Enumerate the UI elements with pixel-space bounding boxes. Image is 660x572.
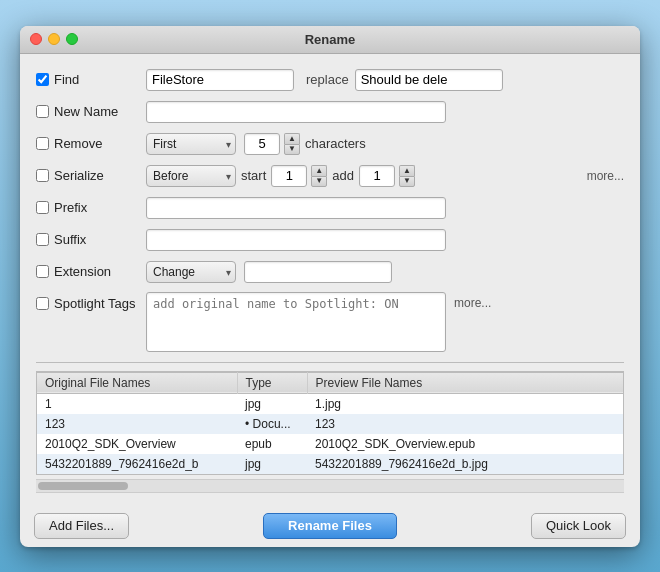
- suffix-checkbox-label[interactable]: Suffix: [36, 232, 146, 247]
- cell-original: 2010Q2_SDK_Overview: [37, 434, 237, 454]
- cell-type: jpg: [237, 454, 307, 474]
- find-row: Find replace: [36, 68, 624, 92]
- cell-preview: 5432201889_7962416e2d_b.jpg: [307, 454, 623, 474]
- table-row: 2010Q2_SDK_Overview epub 2010Q2_SDK_Over…: [37, 434, 623, 454]
- maximize-button[interactable]: [66, 33, 78, 45]
- extension-select-wrapper: Change Remove Add: [146, 261, 236, 283]
- spotlight-row: Spotlight Tags more...: [36, 292, 624, 352]
- rename-files-button[interactable]: Rename Files: [263, 513, 397, 539]
- new-name-checkbox-label[interactable]: New Name: [36, 104, 146, 119]
- titlebar: Rename: [20, 26, 640, 54]
- serialize-start-stepper: ▲ ▼: [311, 165, 327, 187]
- new-name-checkbox[interactable]: [36, 105, 49, 118]
- serialize-start-stepper-up[interactable]: ▲: [311, 165, 327, 176]
- minimize-button[interactable]: [48, 33, 60, 45]
- serialize-select[interactable]: Before After: [146, 165, 236, 187]
- prefix-checkbox[interactable]: [36, 201, 49, 214]
- add-files-button[interactable]: Add Files...: [34, 513, 129, 539]
- cell-preview: 123: [307, 414, 623, 434]
- spotlight-label: Spotlight Tags: [54, 296, 135, 311]
- close-button[interactable]: [30, 33, 42, 45]
- replace-input[interactable]: [355, 69, 503, 91]
- extension-checkbox-label[interactable]: Extension: [36, 264, 146, 279]
- window-title: Rename: [20, 32, 640, 47]
- extension-checkbox[interactable]: [36, 265, 49, 278]
- serialize-row: Serialize Before After start ▲ ▼ add ▲ ▼…: [36, 164, 624, 188]
- serialize-label: Serialize: [54, 168, 104, 183]
- cell-type: • Docu...: [237, 414, 307, 434]
- serialize-checkbox[interactable]: [36, 169, 49, 182]
- spotlight-checkbox-label[interactable]: Spotlight Tags: [36, 292, 146, 311]
- table-row: 5432201889_7962416e2d_b jpg 5432201889_7…: [37, 454, 623, 474]
- col-header-preview: Preview File Names: [307, 372, 623, 393]
- remove-stepper-down[interactable]: ▼: [284, 144, 300, 155]
- serialize-select-wrapper: Before After: [146, 165, 236, 187]
- remove-checkbox-label[interactable]: Remove: [36, 136, 146, 151]
- cell-type: epub: [237, 434, 307, 454]
- col-header-type: Type: [237, 372, 307, 393]
- chars-label: characters: [305, 136, 366, 151]
- remove-stepper-up[interactable]: ▲: [284, 133, 300, 144]
- scrollbar[interactable]: [36, 479, 624, 493]
- find-checkbox[interactable]: [36, 73, 49, 86]
- serialize-checkbox-label[interactable]: Serialize: [36, 168, 146, 183]
- suffix-row: Suffix: [36, 228, 624, 252]
- start-label: start: [241, 168, 266, 183]
- suffix-label: Suffix: [54, 232, 86, 247]
- serialize-more-btn[interactable]: more...: [587, 169, 624, 183]
- cell-original: 1: [37, 393, 237, 414]
- serialize-add-stepper-down[interactable]: ▼: [399, 176, 415, 187]
- remove-select[interactable]: First Last From: [146, 133, 236, 155]
- serialize-start-stepper-down[interactable]: ▼: [311, 176, 327, 187]
- col-header-original: Original File Names: [37, 372, 237, 393]
- table-row: 123 • Docu... 123: [37, 414, 623, 434]
- prefix-checkbox-label[interactable]: Prefix: [36, 200, 146, 215]
- file-table: Original File Names Type Preview File Na…: [37, 372, 623, 474]
- new-name-row: New Name: [36, 100, 624, 124]
- cell-preview: 1.jpg: [307, 393, 623, 414]
- find-checkbox-label[interactable]: Find: [36, 72, 146, 87]
- bottom-bar: Add Files... Rename Files Quick Look: [20, 505, 640, 547]
- traffic-lights: [30, 33, 78, 45]
- cell-original: 123: [37, 414, 237, 434]
- find-label: Find: [54, 72, 79, 87]
- suffix-checkbox[interactable]: [36, 233, 49, 246]
- remove-label: Remove: [54, 136, 102, 151]
- prefix-label: Prefix: [54, 200, 87, 215]
- replace-label: replace: [306, 72, 349, 87]
- remove-checkbox[interactable]: [36, 137, 49, 150]
- file-table-body: 1 jpg 1.jpg 123 • Docu... 123 2010Q2_SDK…: [37, 393, 623, 474]
- serialize-start-input[interactable]: [271, 165, 307, 187]
- quick-look-button[interactable]: Quick Look: [531, 513, 626, 539]
- suffix-input[interactable]: [146, 229, 446, 251]
- spotlight-textarea[interactable]: [146, 292, 446, 352]
- extension-label: Extension: [54, 264, 111, 279]
- remove-num-input[interactable]: [244, 133, 280, 155]
- extension-row: Extension Change Remove Add: [36, 260, 624, 284]
- scroll-thumb[interactable]: [38, 482, 128, 490]
- remove-stepper: ▲ ▼: [284, 133, 300, 155]
- table-row: 1 jpg 1.jpg: [37, 393, 623, 414]
- extension-new-input[interactable]: [244, 261, 392, 283]
- cell-original: 5432201889_7962416e2d_b: [37, 454, 237, 474]
- prefix-row: Prefix: [36, 196, 624, 220]
- table-header-row: Original File Names Type Preview File Na…: [37, 372, 623, 393]
- remove-row: Remove First Last From ▲ ▼ characters: [36, 132, 624, 156]
- divider: [36, 362, 624, 363]
- serialize-add-input[interactable]: [359, 165, 395, 187]
- form-content: Find replace New Name Remove First L: [20, 54, 640, 505]
- rename-window: Rename Find replace New Name Remov: [20, 26, 640, 547]
- file-table-container: Original File Names Type Preview File Na…: [36, 371, 624, 475]
- find-input[interactable]: [146, 69, 294, 91]
- spotlight-checkbox[interactable]: [36, 297, 49, 310]
- prefix-input[interactable]: [146, 197, 446, 219]
- cell-preview: 2010Q2_SDK_Overview.epub: [307, 434, 623, 454]
- remove-select-wrapper: First Last From: [146, 133, 236, 155]
- spotlight-more-btn[interactable]: more...: [454, 292, 491, 310]
- serialize-add-stepper-up[interactable]: ▲: [399, 165, 415, 176]
- extension-select[interactable]: Change Remove Add: [146, 261, 236, 283]
- new-name-input[interactable]: [146, 101, 446, 123]
- serialize-add-stepper: ▲ ▼: [399, 165, 415, 187]
- cell-type: jpg: [237, 393, 307, 414]
- add-label: add: [332, 168, 354, 183]
